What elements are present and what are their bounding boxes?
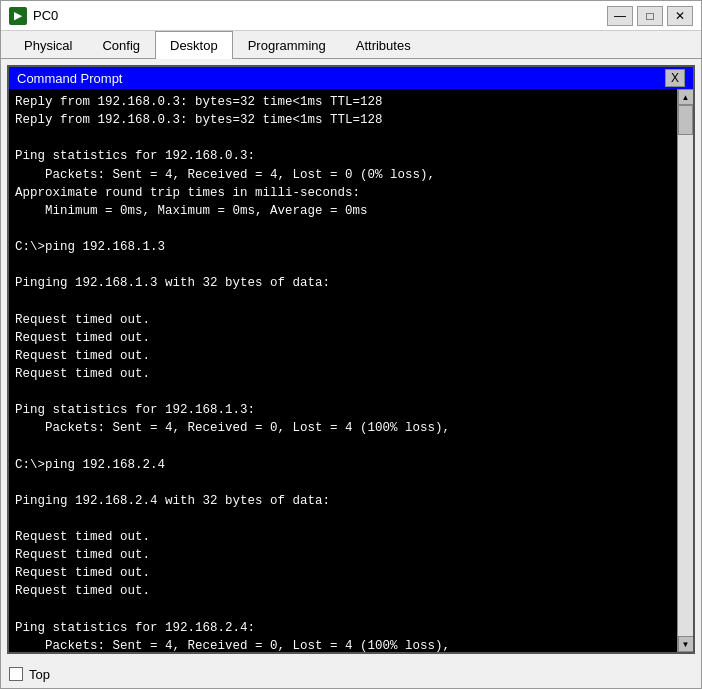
scrollbar: ▲ ▼ — [677, 89, 693, 652]
tab-physical[interactable]: Physical — [9, 31, 87, 59]
cmd-body: Reply from 192.168.0.3: bytes=32 time<1m… — [9, 89, 693, 652]
scrollbar-thumb[interactable] — [678, 105, 693, 135]
scrollbar-track[interactable] — [678, 105, 693, 636]
tab-attributes[interactable]: Attributes — [341, 31, 426, 59]
command-prompt-window: Command Prompt X Reply from 192.168.0.3:… — [7, 65, 695, 654]
tab-programming[interactable]: Programming — [233, 31, 341, 59]
tab-config[interactable]: Config — [87, 31, 155, 59]
maximize-button[interactable]: □ — [637, 6, 663, 26]
title-bar: ▶ PC0 — □ ✕ — [1, 1, 701, 31]
window-controls: — □ ✕ — [607, 6, 693, 26]
main-window: ▶ PC0 — □ ✕ Physical Config Desktop Prog… — [0, 0, 702, 689]
cmd-output[interactable]: Reply from 192.168.0.3: bytes=32 time<1m… — [9, 89, 677, 652]
scroll-down-button[interactable]: ▼ — [678, 636, 694, 652]
scroll-up-button[interactable]: ▲ — [678, 89, 694, 105]
close-button[interactable]: ✕ — [667, 6, 693, 26]
app-icon: ▶ — [9, 7, 27, 25]
tab-bar: Physical Config Desktop Programming Attr… — [1, 31, 701, 59]
top-label: Top — [29, 667, 50, 682]
minimize-button[interactable]: — — [607, 6, 633, 26]
cmd-title-bar: Command Prompt X — [9, 67, 693, 89]
window-title: PC0 — [33, 8, 607, 23]
cmd-title: Command Prompt — [17, 71, 122, 86]
top-checkbox[interactable] — [9, 667, 23, 681]
footer: Top — [1, 660, 701, 688]
content-area: Command Prompt X Reply from 192.168.0.3:… — [1, 59, 701, 660]
cmd-close-button[interactable]: X — [665, 69, 685, 87]
tab-desktop[interactable]: Desktop — [155, 31, 233, 59]
